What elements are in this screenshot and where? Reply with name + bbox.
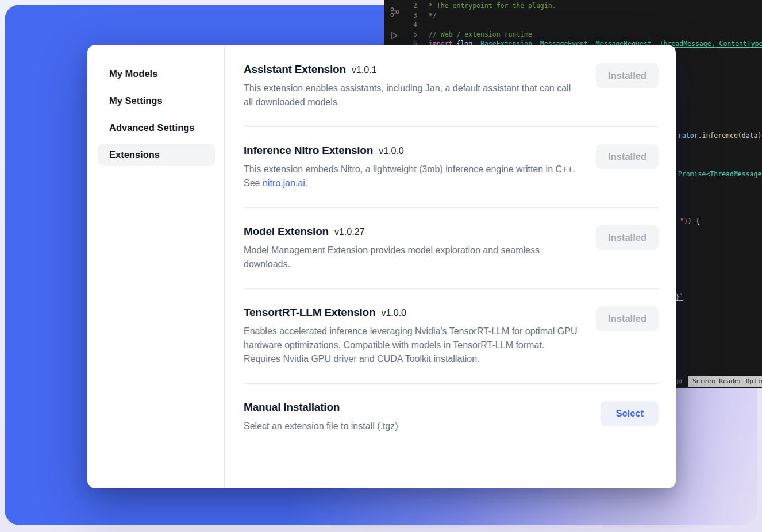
- line-number: 5: [384, 30, 425, 39]
- manual-installation-title: Manual Installation: [244, 401, 340, 414]
- extension-name: Assistant Extension: [244, 63, 346, 76]
- extension-title: Model Extension v1.0.27: [244, 225, 580, 238]
- code-comment: */: [429, 11, 437, 20]
- extension-version: v1.0.0: [379, 146, 404, 156]
- extension-name: Inference Nitro Extension: [244, 144, 373, 157]
- nitro-jan-ai-link[interactable]: nitro.jan.ai: [263, 178, 305, 188]
- installed-button[interactable]: Installed: [596, 225, 659, 250]
- line-number: 2: [384, 1, 425, 10]
- sidebar-item-advanced-settings[interactable]: Advanced Settings: [98, 117, 215, 139]
- sidebar-item-my-settings[interactable]: My Settings: [98, 90, 215, 112]
- code-comment: * The entrypoint for the plugin.: [429, 1, 556, 10]
- extension-info: Inference Nitro Extension v1.0.0 This ex…: [244, 144, 580, 190]
- code-token: (data));: [738, 132, 762, 140]
- extension-title: Manual Installation: [244, 401, 398, 414]
- extension-info: Manual Installation Select an extension …: [244, 401, 398, 433]
- code-token: inference: [702, 132, 738, 140]
- extension-description: Enables accelerated inference leveraging…: [244, 325, 580, 366]
- extension-title: Assistant Extension v1.0.1: [244, 63, 580, 76]
- extension-name: Model Extension: [244, 225, 329, 238]
- extension-info: Assistant Extension v1.0.1 This extensio…: [244, 63, 580, 109]
- code-fragment-inference: rator.inference(data));: [678, 132, 762, 140]
- screen-reader-badge: Screen Reader Optimized: [688, 376, 762, 387]
- extension-version: v1.0.0: [381, 308, 406, 318]
- extension-row-nitro: Inference Nitro Extension v1.0.0 This ex…: [244, 127, 659, 208]
- installed-button[interactable]: Installed: [596, 144, 659, 169]
- extension-description: This extension embeds Nitro, a lightweig…: [244, 163, 580, 190]
- code-line-5: 5 // Web / extension runtime: [384, 30, 532, 39]
- manual-installation-description: Select an extension file to install (.tg…: [244, 419, 398, 433]
- extension-row-model: Model Extension v1.0.27 Model Management…: [244, 208, 659, 289]
- extension-name: TensortRT-LLM Extension: [244, 306, 375, 319]
- extension-description: This extension enables assistants, inclu…: [244, 82, 580, 109]
- manual-installation-row: Manual Installation Select an extension …: [244, 384, 659, 450]
- code-token: ) {: [688, 217, 700, 225]
- sidebar-item-my-models[interactable]: My Models: [98, 63, 215, 85]
- code-line-3: 3 */: [384, 11, 437, 20]
- code-fragment-brace: ")) {: [680, 217, 700, 225]
- extension-info: Model Extension v1.0.27 Model Management…: [244, 225, 580, 271]
- line-number: 3: [384, 11, 425, 20]
- line-number: 4: [384, 20, 425, 29]
- extension-version: v1.0.1: [352, 65, 377, 75]
- settings-modal: My Models My Settings Advanced Settings …: [87, 45, 676, 488]
- extension-title: TensortRT-LLM Extension v1.0.0: [244, 306, 580, 319]
- extension-row-tensorrt: TensortRT-LLM Extension v1.0.0 Enables a…: [244, 289, 659, 384]
- extension-version: v1.0.27: [334, 227, 364, 237]
- description-text: .: [305, 178, 307, 188]
- installed-button[interactable]: Installed: [596, 306, 659, 331]
- sidebar-item-extensions[interactable]: Extensions: [98, 144, 215, 166]
- code-token: rator.: [678, 132, 702, 140]
- extension-description: Model Management Extension provides mode…: [244, 244, 580, 271]
- code-line-2: 2 * The entrypoint for the plugin.: [384, 1, 556, 10]
- settings-sidebar: My Models My Settings Advanced Settings …: [87, 45, 225, 488]
- extension-row-assistant: Assistant Extension v1.0.1 This extensio…: [244, 63, 659, 127]
- code-line-4: 4: [384, 20, 429, 29]
- extension-info: TensortRT-LLM Extension v1.0.0 Enables a…: [244, 306, 580, 366]
- code-token: "): [680, 217, 688, 225]
- extensions-panel: Assistant Extension v1.0.1 This extensio…: [225, 45, 676, 488]
- code-fragment-promise: Promise<ThreadMessage>: [678, 170, 762, 178]
- code-comment: // Web / extension runtime: [429, 30, 532, 39]
- installed-button[interactable]: Installed: [596, 63, 659, 88]
- select-button[interactable]: Select: [601, 401, 659, 426]
- extension-title: Inference Nitro Extension v1.0.0: [244, 144, 580, 157]
